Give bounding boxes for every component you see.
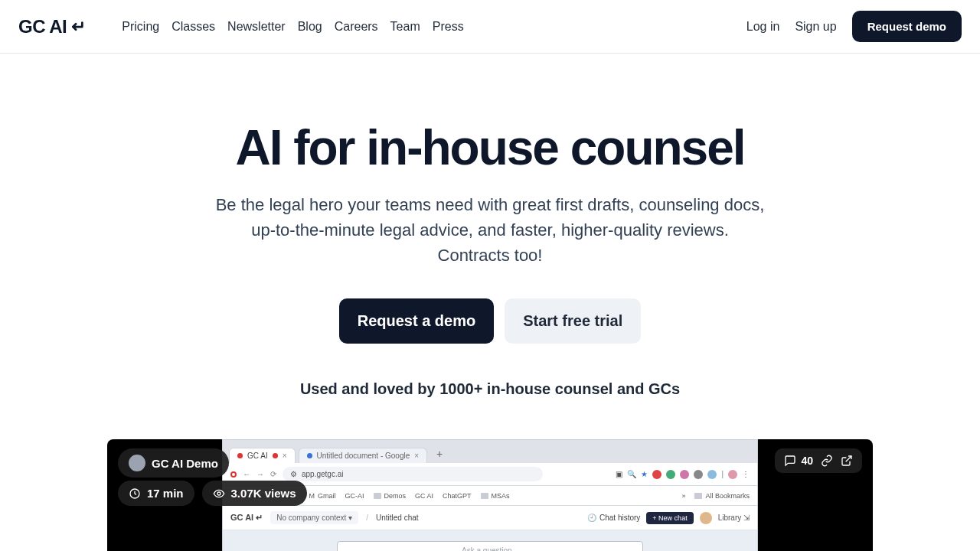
eye-icon xyxy=(213,487,225,500)
ext-dot-1[interactable] xyxy=(652,470,662,479)
all-bookmarks[interactable]: All Bookmarks xyxy=(694,492,750,500)
docs-icon xyxy=(307,453,312,458)
bookmark-item[interactable]: MGmail xyxy=(309,492,336,500)
tab-label: Untitled document - Google xyxy=(317,452,410,460)
ext-dot-4[interactable] xyxy=(694,470,703,479)
record-icon xyxy=(230,471,237,478)
company-context-dropdown[interactable]: No company context ▾ xyxy=(270,511,358,524)
nav-careers[interactable]: Careers xyxy=(335,20,378,34)
copy-link-button[interactable] xyxy=(821,455,833,467)
kebab-icon[interactable]: ⋮ xyxy=(742,470,750,478)
video-title-pill: GC AI Demo xyxy=(118,448,229,478)
request-demo-nav-button[interactable]: Request demo xyxy=(852,11,962,42)
ext-dot-5[interactable] xyxy=(707,470,717,479)
browser-tabbar: GC AI × Untitled document - Google × + xyxy=(223,440,757,463)
link-icon xyxy=(821,455,833,467)
folder-icon xyxy=(694,493,702,499)
login-link[interactable]: Log in xyxy=(746,20,780,34)
new-tab-button[interactable]: + xyxy=(430,445,449,463)
open-external-button[interactable] xyxy=(841,455,853,467)
start-free-trial-button[interactable]: Start free trial xyxy=(505,298,641,344)
comments-button[interactable]: 40 xyxy=(784,455,813,467)
chat-title[interactable]: Untitled chat xyxy=(376,514,419,522)
app-logo[interactable]: GC AI ↵ xyxy=(230,513,263,523)
video-views-pill: 3.07K views xyxy=(202,481,307,506)
star-icon[interactable]: ★ xyxy=(641,470,648,478)
presenter-avatar xyxy=(129,455,145,471)
enter-icon xyxy=(68,18,85,35)
ask-input[interactable]: Ask a question... xyxy=(337,541,643,551)
ext-dot-2[interactable] xyxy=(666,470,675,479)
app-header: GC AI ↵ No company context ▾ / Untitled … xyxy=(223,506,757,530)
comments-count: 40 xyxy=(801,455,813,467)
close-icon[interactable]: × xyxy=(283,452,287,460)
hero-subtitle: Be the legal hero your teams need with g… xyxy=(214,192,766,268)
gmail-icon: M xyxy=(309,492,315,500)
request-demo-button[interactable]: Request a demo xyxy=(339,298,494,344)
logo[interactable]: GC AI xyxy=(18,16,85,37)
record-dot-icon xyxy=(237,453,243,458)
close-icon[interactable]: × xyxy=(414,452,419,460)
clock-icon xyxy=(129,487,141,500)
bookmark-folder[interactable]: Demos xyxy=(374,492,407,500)
hero-title: AI for in-house counsel xyxy=(0,122,980,174)
profile-avatar[interactable] xyxy=(728,470,737,479)
video-duration-pill: 17 min xyxy=(118,481,194,506)
url-text: app.getgc.ai xyxy=(302,470,344,478)
svg-point-1 xyxy=(217,492,220,495)
user-avatar[interactable] xyxy=(700,512,712,524)
back-icon[interactable]: ← xyxy=(243,470,250,478)
browser-tab-active[interactable]: GC AI × xyxy=(229,448,296,463)
nav-newsletter[interactable]: Newsletter xyxy=(227,20,286,34)
browser-tab-second[interactable]: Untitled document - Google × xyxy=(299,448,428,463)
site-settings-icon: ⚙ xyxy=(290,470,297,478)
bookmark-item[interactable]: GC AI xyxy=(415,492,433,500)
tab-label: GC AI xyxy=(247,452,268,460)
url-bar[interactable]: ⚙ app.getgc.ai xyxy=(283,467,543,481)
chat-history-button[interactable]: 🕘 Chat history xyxy=(587,514,640,522)
bookmark-item[interactable]: ChatGPT xyxy=(443,492,472,500)
signup-link[interactable]: Sign up xyxy=(795,20,836,34)
bookmark-folder[interactable]: MSAs xyxy=(481,492,510,500)
bookmark-item[interactable]: GC-AI xyxy=(345,492,364,500)
main-nav: Pricing Classes Newsletter Blog Careers … xyxy=(122,20,463,34)
library-button[interactable]: Library ⇲ xyxy=(718,514,750,522)
demo-video[interactable]: GC AI Demo 17 min 3.07K views 40 xyxy=(107,439,873,551)
new-chat-button[interactable]: + New chat xyxy=(646,512,693,524)
extension-icon[interactable]: ▣ xyxy=(616,470,622,478)
folder-icon xyxy=(374,493,381,499)
ext-dot-3[interactable] xyxy=(680,470,689,479)
comment-icon xyxy=(784,455,796,467)
video-duration: 17 min xyxy=(147,487,184,500)
notification-dot-icon xyxy=(273,453,278,458)
social-proof-text: Used and loved by 1000+ in-house counsel… xyxy=(0,380,980,398)
nav-team[interactable]: Team xyxy=(390,20,420,34)
video-title: GC AI Demo xyxy=(152,457,218,470)
site-header: GC AI Pricing Classes Newsletter Blog Ca… xyxy=(0,0,980,54)
hero-section: AI for in-house counsel Be the legal her… xyxy=(0,54,980,551)
nav-press[interactable]: Press xyxy=(433,20,464,34)
external-link-icon xyxy=(841,455,853,467)
nav-pricing[interactable]: Pricing xyxy=(122,20,159,34)
nav-blog[interactable]: Blog xyxy=(298,20,322,34)
folder-icon xyxy=(481,493,488,499)
zoom-icon[interactable]: 🔍 xyxy=(627,470,636,478)
nav-classes[interactable]: Classes xyxy=(172,20,215,34)
logo-text: GC AI xyxy=(18,16,67,37)
divider: | xyxy=(721,470,724,478)
overflow-icon[interactable]: » xyxy=(681,492,685,500)
reload-icon[interactable]: ⟳ xyxy=(270,470,276,478)
video-views: 3.07K views xyxy=(231,487,296,500)
forward-icon[interactable]: → xyxy=(256,470,264,478)
